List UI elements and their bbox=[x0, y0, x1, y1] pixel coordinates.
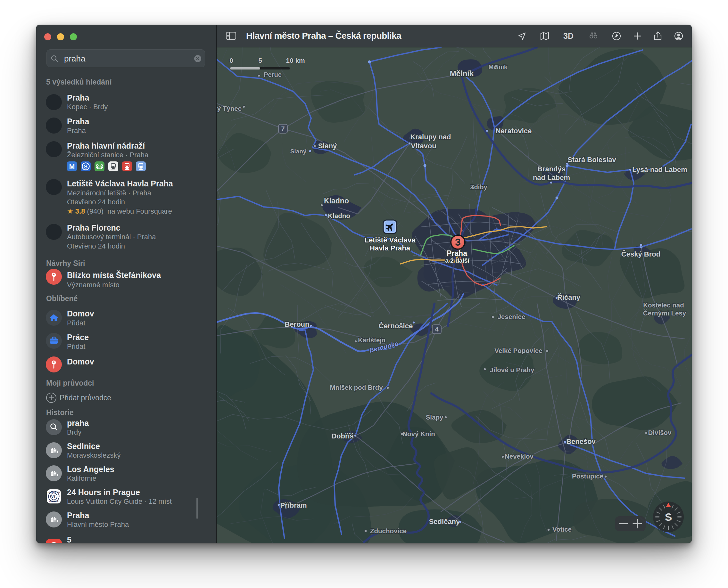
svg-text:Brandýs: Brandýs bbox=[537, 165, 566, 173]
svg-text:Letiště Václava: Letiště Václava bbox=[365, 236, 416, 244]
svg-text:CITY GUIDE: CITY GUIDE bbox=[49, 500, 59, 502]
svg-text:Postupice: Postupice bbox=[572, 472, 603, 480]
svg-text:Příbram: Příbram bbox=[280, 501, 307, 509]
svg-text:Mníšek pod Brdy: Mníšek pod Brdy bbox=[330, 384, 383, 391]
svg-text:Slaný: Slaný bbox=[318, 142, 337, 150]
svg-text:Zduchovice: Zduchovice bbox=[370, 527, 407, 534]
svg-text:Peruc: Peruc bbox=[264, 71, 282, 78]
svg-text:3D: 3D bbox=[563, 31, 573, 40]
svg-text:7: 7 bbox=[281, 125, 285, 132]
svg-text:3: 3 bbox=[455, 236, 461, 248]
svg-text:Jesenice: Jesenice bbox=[498, 313, 525, 320]
svg-text:S: S bbox=[665, 511, 672, 523]
svg-text:M: M bbox=[69, 163, 75, 170]
svg-text:Černými Lesy: Černými Lesy bbox=[643, 309, 686, 317]
svg-text:VL: VL bbox=[51, 494, 57, 499]
svg-text:Divišov: Divišov bbox=[648, 429, 672, 436]
svg-text:Votice: Votice bbox=[552, 526, 572, 533]
svg-text:Vltavou: Vltavou bbox=[411, 142, 436, 150]
svg-text:Benešov: Benešov bbox=[566, 438, 596, 445]
svg-text:Slapy: Slapy bbox=[426, 414, 443, 421]
svg-text:Kostelec nad: Kostelec nad bbox=[643, 301, 684, 309]
svg-text:Slaný: Slaný bbox=[290, 148, 307, 155]
svg-text:Mělník: Mělník bbox=[450, 69, 474, 78]
svg-text:Karlštejn: Karlštejn bbox=[358, 337, 385, 344]
svg-text:Velké Popovice: Velké Popovice bbox=[494, 347, 542, 354]
svg-text:4: 4 bbox=[435, 326, 439, 333]
svg-text:Havla Praha: Havla Praha bbox=[370, 244, 410, 252]
svg-text:Stará Boleslav: Stará Boleslav bbox=[567, 156, 616, 164]
svg-text:Beroun: Beroun bbox=[285, 320, 309, 328]
svg-text:Kladno: Kladno bbox=[328, 212, 350, 219]
svg-text:5: 5 bbox=[258, 57, 262, 64]
svg-text:S: S bbox=[84, 164, 87, 170]
svg-text:Mělník: Mělník bbox=[488, 63, 508, 70]
svg-text:Praha: Praha bbox=[447, 249, 467, 257]
svg-text:Neveklov: Neveklov bbox=[505, 453, 534, 460]
svg-text:Neratovice: Neratovice bbox=[496, 127, 532, 135]
svg-text:Říčany: Říčany bbox=[557, 293, 581, 301]
svg-text:Sedlčany: Sedlčany bbox=[429, 518, 460, 526]
svg-text:LOUIS VUITTON: LOUIS VUITTON bbox=[48, 491, 60, 493]
svg-text:0: 0 bbox=[229, 57, 233, 64]
svg-text:Český Brod: Český Brod bbox=[621, 250, 661, 258]
svg-text:nad Labem: nad Labem bbox=[533, 173, 570, 182]
svg-text:a 2 další: a 2 další bbox=[445, 257, 470, 264]
svg-text:Černošice: Černošice bbox=[379, 322, 413, 330]
svg-text:Dobříš: Dobříš bbox=[331, 432, 354, 440]
svg-text:Jílové u Prahy: Jílové u Prahy bbox=[490, 366, 534, 373]
svg-text:Nový Knín: Nový Knín bbox=[402, 430, 435, 438]
svg-text:ý Týnec: ý Týnec bbox=[217, 105, 242, 112]
svg-text:10 km: 10 km bbox=[286, 57, 305, 64]
svg-text:Lysá nad Labem: Lysá nad Labem bbox=[632, 166, 687, 173]
svg-text:Kladno: Kladno bbox=[324, 197, 349, 205]
svg-text:Kralupy nad: Kralupy nad bbox=[410, 133, 451, 141]
svg-text:ČD: ČD bbox=[97, 165, 102, 169]
